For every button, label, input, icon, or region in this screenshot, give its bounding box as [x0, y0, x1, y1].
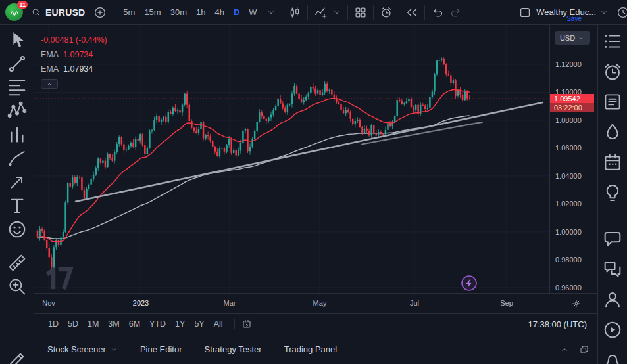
symbol-search-button[interactable]: EURUSD: [27, 5, 89, 20]
range-1y[interactable]: 1Y: [170, 318, 189, 330]
range-5y[interactable]: 5Y: [189, 318, 209, 330]
undo-icon[interactable]: [430, 5, 445, 20]
range-all[interactable]: All: [209, 318, 228, 330]
indicators-icon[interactable]: [313, 5, 328, 20]
toolbar-divider: [9, 246, 26, 246]
range-5d[interactable]: 5D: [63, 318, 83, 330]
logo-mark-icon: [9, 7, 20, 18]
save-layout-icon[interactable]: [518, 5, 532, 20]
interval-30m[interactable]: 30m: [166, 5, 191, 19]
top-toolbar: 11 EURUSD 5m15m30m1h4hDW Wealthy Educ...…: [0, 0, 627, 25]
interval-1h[interactable]: 1h: [191, 5, 210, 19]
price-label: 1.04000: [555, 172, 582, 180]
emoji-icon[interactable]: [6, 222, 28, 237]
clock[interactable]: 17:38:00 (UTC): [528, 319, 587, 329]
tab-stock-screener[interactable]: Stock Screener: [47, 344, 118, 354]
interval-5m[interactable]: 5m: [118, 5, 139, 19]
support-icon[interactable]: [601, 292, 624, 307]
ema-legend-2[interactable]: EMA 1.07934: [41, 64, 107, 74]
brush-icon[interactable]: [6, 151, 28, 166]
time-label: Nov: [42, 299, 55, 307]
price-label: 0.98000: [555, 256, 582, 263]
toolbar-divider: [282, 5, 282, 20]
interval-d[interactable]: D: [229, 5, 244, 19]
bar-replay-icon[interactable]: [405, 5, 419, 20]
range-1m[interactable]: 1M: [83, 318, 103, 330]
cropped-clock-icon[interactable]: [616, 5, 627, 20]
ruler-icon[interactable]: [6, 256, 28, 270]
timeframe-bar: 1D5D1M3M6MYTD1Y5YAll 17:38:00 (UTC): [34, 313, 597, 334]
chart-area[interactable]: -0.00481 (-0.44%) EMA 1.09734 EMA 1.0793…: [34, 25, 549, 293]
range-6m[interactable]: 6M: [124, 318, 145, 330]
chart-settings-icon[interactable]: [571, 298, 582, 309]
layout-name-menu[interactable]: Wealthy Educ... Save: [536, 0, 612, 25]
xabcd-pattern-icon[interactable]: [6, 104, 28, 118]
price-axis[interactable]: USD 1.120001.100001.080001.060001.040001…: [549, 25, 597, 293]
legend-collapse-button[interactable]: [41, 79, 58, 89]
tab-pine-editor[interactable]: Pine Editor: [140, 344, 182, 354]
tab-strategy-tester[interactable]: Strategy Tester: [204, 344, 261, 354]
interval-4h[interactable]: 4h: [210, 5, 228, 19]
watchlist-icon[interactable]: [601, 34, 624, 49]
save-link[interactable]: Save: [566, 15, 582, 22]
layout-grid-icon[interactable]: [353, 5, 368, 20]
price-label: 1.00000: [555, 228, 582, 236]
alert-icon[interactable]: [379, 5, 393, 20]
trading-platform: 11 EURUSD 5m15m30m1h4hDW Wealthy Educ...…: [0, 0, 627, 364]
messages-icon[interactable]: [601, 262, 624, 277]
chats-icon[interactable]: [601, 232, 624, 246]
symbol-name: EURUSD: [45, 7, 85, 18]
time-axis[interactable]: Nov2023MarMayJulSep: [34, 293, 597, 313]
indicators-chevron-icon[interactable]: [332, 7, 342, 18]
main-area: -0.00481 (-0.44%) EMA 1.09734 EMA 1.0793…: [0, 25, 627, 364]
tab-trading-panel[interactable]: Trading Panel: [284, 344, 337, 354]
current-price-tag: 1.0954203:22:00: [550, 94, 594, 112]
notifications-icon[interactable]: [601, 353, 624, 364]
edit-icon[interactable]: [6, 353, 28, 364]
currency-toggle[interactable]: USD: [555, 31, 590, 45]
interval-15m[interactable]: 15m: [139, 5, 165, 19]
compare-add-icon[interactable]: [93, 5, 107, 20]
interval-w[interactable]: W: [244, 5, 261, 19]
panel-expand-icon[interactable]: [559, 344, 570, 355]
fib-retracement-icon[interactable]: [6, 80, 28, 95]
toolbar-divider: [604, 216, 621, 216]
time-label: Jul: [410, 299, 419, 307]
chart-style-icon[interactable]: [288, 5, 302, 20]
ideas-icon[interactable]: [601, 185, 624, 200]
arrow-marker-icon[interactable]: [6, 175, 28, 189]
range-3m[interactable]: 3M: [103, 318, 124, 330]
streams-icon[interactable]: [601, 323, 624, 337]
go-to-date-icon[interactable]: [241, 319, 252, 329]
range-1d[interactable]: 1D: [43, 318, 63, 330]
alerts-icon[interactable]: [601, 64, 624, 79]
cursor-icon[interactable]: [6, 33, 28, 47]
interval-chevron-icon[interactable]: [266, 7, 276, 18]
bar-countdown: 03:22:00: [550, 103, 594, 112]
toolbar-divider: [113, 5, 113, 20]
hotlists-icon[interactable]: [601, 125, 624, 139]
forecast-icon[interactable]: [6, 127, 28, 142]
zoom-in-icon[interactable]: [6, 279, 28, 294]
trend-line-icon[interactable]: [6, 57, 28, 71]
ema-legend-1[interactable]: EMA 1.09734: [41, 50, 107, 59]
range-ytd[interactable]: YTD: [145, 318, 170, 330]
toolbar-divider: [399, 5, 399, 20]
toolbar-divider: [234, 319, 235, 329]
toolbar-divider: [307, 5, 308, 20]
order-panel-icon[interactable]: [601, 95, 624, 109]
right-sidebar: [597, 25, 627, 364]
chart-pane: -0.00481 (-0.44%) EMA 1.09734 EMA 1.0793…: [34, 25, 597, 364]
price-label: 0.96000: [555, 284, 582, 292]
chart-canvas[interactable]: [34, 25, 549, 293]
calendar-icon[interactable]: [601, 155, 624, 170]
toolbar-divider: [373, 5, 374, 20]
symbol-change: -0.00481 (-0.44%): [41, 35, 107, 45]
redo-icon[interactable]: [449, 5, 463, 20]
time-label: Sep: [500, 299, 513, 307]
currency-label: USD: [560, 34, 575, 42]
text-icon[interactable]: [6, 198, 28, 213]
broker-logo[interactable]: 11: [5, 3, 23, 21]
price-label: 1.02000: [555, 200, 582, 208]
panel-maximize-icon[interactable]: [579, 344, 589, 355]
